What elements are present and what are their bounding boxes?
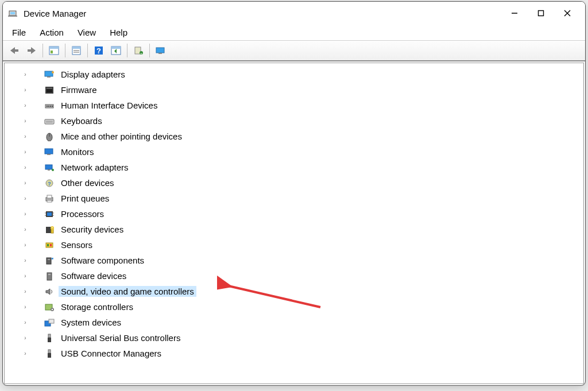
tree-node-keyboard[interactable]: ›Keyboards (9, 113, 583, 129)
device-tree-pane: ›Display adapters›Firmware›Human Interfa… (4, 63, 584, 384)
chevron-right-icon[interactable]: › (22, 319, 29, 326)
tree-node-label: Human Interface Devices (59, 100, 160, 111)
tree-node-storage[interactable]: ›Storage controllers (9, 299, 583, 315)
svg-text:?: ? (96, 47, 101, 55)
tree-node-sensor[interactable]: ›Sensors (9, 237, 583, 253)
maximize-button[interactable] (528, 4, 554, 22)
chevron-right-icon[interactable]: › (22, 288, 29, 295)
svg-text:?: ? (48, 181, 51, 187)
toolbar-separator (65, 44, 65, 57)
tree-node-label: Firmware (59, 84, 99, 95)
toolbar: ? + (3, 41, 585, 61)
tree-node-software-component[interactable]: ›+Software components (9, 253, 583, 268)
forward-button[interactable] (24, 43, 40, 58)
back-button[interactable] (6, 43, 22, 58)
chevron-right-icon[interactable]: › (22, 350, 29, 357)
chevron-right-icon[interactable]: › (22, 242, 29, 248)
tree-node-monitor[interactable]: ›Monitors (9, 144, 583, 160)
chevron-right-icon[interactable]: › (22, 118, 29, 124)
svg-rect-76 (48, 353, 51, 358)
chevron-right-icon[interactable]: › (22, 257, 29, 264)
tree-node-system[interactable]: ›System devices (9, 315, 583, 330)
close-button[interactable] (554, 4, 581, 22)
scan-hardware-button[interactable]: + (130, 43, 146, 58)
toolbar-separator (149, 44, 150, 57)
svg-rect-36 (45, 119, 54, 124)
properties-button[interactable] (68, 43, 84, 58)
tree-node-label: Other devices (59, 177, 117, 188)
svg-rect-10 (49, 47, 59, 49)
menu-action[interactable]: Action (34, 26, 69, 39)
chevron-right-icon[interactable]: › (22, 335, 29, 341)
toolbar-separator (127, 44, 127, 57)
chevron-right-icon[interactable]: › (22, 304, 29, 310)
svg-rect-60 (46, 243, 53, 247)
tree-node-hid[interactable]: ›Human Interface Devices (9, 98, 583, 113)
tree-node-label: USB Connector Managers (59, 348, 164, 359)
tree-node-sound[interactable]: ›Sound, video and game controllers (9, 284, 583, 299)
tree-node-network[interactable]: ›Network adapters (9, 160, 583, 175)
tree-node-printer[interactable]: ›Print queues (9, 191, 583, 206)
tree-node-usb-connector[interactable]: ›USB Connector Managers (9, 346, 583, 361)
window-title: Device Manager (24, 9, 86, 18)
chevron-right-icon[interactable]: › (22, 71, 29, 78)
action-button[interactable] (108, 43, 124, 58)
system-icon (44, 318, 55, 328)
svg-rect-68 (48, 274, 51, 275)
svg-rect-64 (48, 259, 50, 260)
software-component-icon: + (44, 255, 55, 266)
tree-node-label: Processors (59, 208, 106, 219)
tree-node-other[interactable]: ›?Other devices (9, 175, 583, 191)
svg-rect-32 (47, 106, 48, 107)
show-hide-console-button[interactable] (46, 43, 62, 58)
mouse-icon (44, 131, 55, 142)
storage-icon (44, 302, 55, 312)
device-tree-scroll[interactable]: ›Display adapters›Firmware›Human Interfa… (5, 63, 583, 384)
chevron-right-icon[interactable]: › (22, 133, 29, 140)
svg-rect-7 (14, 49, 18, 52)
svg-rect-44 (48, 169, 50, 171)
menu-help[interactable]: Help (104, 26, 133, 39)
svg-rect-75 (48, 350, 51, 353)
chevron-right-icon[interactable]: › (22, 180, 29, 186)
svg-point-59 (51, 227, 53, 229)
svg-rect-62 (50, 244, 52, 246)
tree-node-usb[interactable]: ›Universal Serial Bus controllers (9, 330, 583, 346)
menu-file[interactable]: File (6, 26, 32, 39)
cpu-icon (44, 209, 55, 219)
add-driver-button[interactable] (153, 43, 169, 58)
svg-rect-19 (111, 47, 121, 49)
tree-node-label: Storage controllers (59, 301, 136, 312)
chevron-right-icon[interactable]: › (22, 273, 29, 279)
tree-node-label: Keyboards (59, 115, 105, 126)
titlebar: Device Manager (3, 2, 585, 25)
device-manager-window: Device Manager File Action View Help (2, 1, 586, 386)
chevron-right-icon[interactable]: › (22, 164, 29, 171)
svg-rect-74 (48, 338, 51, 342)
other-icon: ? (44, 178, 55, 188)
menu-view[interactable]: View (72, 26, 102, 39)
tree-node-display[interactable]: ›Display adapters (9, 67, 583, 82)
usb-connector-icon (44, 349, 55, 359)
tree-node-cpu[interactable]: ›Processors (9, 206, 583, 222)
chevron-right-icon[interactable]: › (22, 87, 29, 93)
chevron-right-icon[interactable]: › (22, 226, 29, 233)
svg-rect-33 (48, 106, 49, 107)
svg-rect-73 (48, 334, 51, 338)
help-button[interactable]: ? (91, 43, 107, 58)
chevron-right-icon[interactable]: › (22, 102, 29, 109)
svg-rect-63 (47, 258, 51, 264)
svg-rect-1 (10, 12, 15, 14)
tree-node-software-device[interactable]: ›Software devices (9, 268, 583, 284)
chevron-right-icon[interactable]: › (22, 211, 29, 217)
tree-node-mouse[interactable]: ›Mice and other pointing devices (9, 129, 583, 144)
svg-rect-35 (52, 106, 53, 107)
tree-node-firmware[interactable]: ›Firmware (9, 82, 583, 98)
chevron-right-icon[interactable]: › (22, 195, 29, 202)
minimize-button[interactable] (501, 4, 528, 22)
tree-node-label: Sound, video and game controllers (59, 286, 196, 297)
menubar: File Action View Help (3, 25, 585, 41)
svg-rect-13 (72, 47, 80, 49)
tree-node-security[interactable]: ›Security devices (9, 222, 583, 237)
chevron-right-icon[interactable]: › (22, 149, 29, 155)
